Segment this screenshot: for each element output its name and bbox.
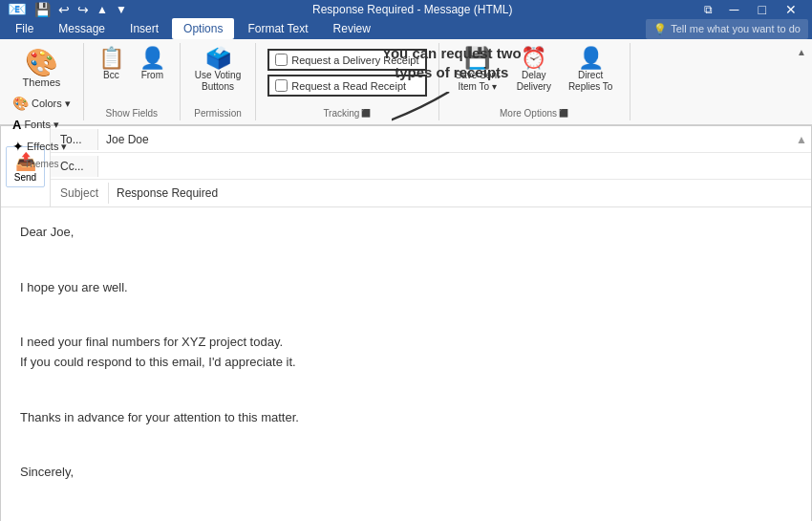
use-voting-button[interactable]: 🗳️ Use VotingButtons	[188, 45, 247, 96]
ribbon-collapse-button[interactable]: ▲	[791, 43, 812, 61]
app-icon: 📧	[8, 0, 27, 18]
body-line-8	[20, 435, 792, 455]
fonts-button[interactable]: A Fonts ▾	[8, 115, 75, 135]
window-title: Response Required - Message (HTML)	[127, 3, 698, 16]
more-options-content: 💾 Save SentItem To ▾ ⏰ DelayDelivery 👤 D…	[449, 45, 620, 106]
redo-icon[interactable]: ↪	[77, 2, 89, 17]
search-box[interactable]: 💡 Tell me what you want to do	[646, 19, 808, 39]
direct-replies-icon: 👤	[578, 48, 604, 69]
ribbon-group-show-fields: 📋 Bcc 👤 From Show Fields	[84, 43, 181, 120]
body-line-7: Thanks in advance for your attention to …	[20, 408, 792, 428]
subject-input[interactable]	[109, 183, 811, 204]
show-fields-label: Show Fields	[106, 108, 158, 119]
email-fields-area: 📤 Send To... ▲ Cc... Subject	[1, 126, 811, 207]
bcc-icon: 📋	[98, 48, 124, 69]
delay-icon: ⏰	[521, 48, 546, 69]
menu-insert[interactable]: Insert	[118, 18, 170, 39]
read-receipt-checkbox[interactable]: Request a Read Receipt	[267, 75, 426, 97]
down-icon[interactable]: ▼	[116, 3, 127, 16]
menu-review[interactable]: Review	[322, 18, 382, 39]
delay-label: DelayDelivery	[517, 70, 551, 93]
email-body: Dear Joe, I hope you are well. I need yo…	[1, 207, 811, 521]
body-line-5: I need your final numbers for XYZ projec…	[20, 333, 792, 373]
ribbon-group-permission: 🗳️ Use VotingButtons Permission	[181, 43, 256, 120]
save-icon[interactable]: 💾	[34, 2, 51, 17]
ribbon-group-more-options: 💾 Save SentItem To ▾ ⏰ DelayDelivery 👤 D…	[439, 43, 630, 120]
colors-button[interactable]: 🎨 Colors ▾	[8, 93, 75, 114]
themes-button[interactable]: 🎨 Themes	[14, 45, 70, 93]
body-line-9: Sincerely,	[20, 463, 792, 483]
compose-area: 📤 Send To... ▲ Cc... Subject	[0, 125, 812, 521]
title-bar: 📧 💾 ↩ ↪ ▲ ▼ Response Required - Message …	[0, 0, 812, 18]
effects-button[interactable]: ✦ Effects ▾	[8, 136, 75, 157]
fonts-label: Fonts ▾	[24, 119, 59, 131]
colors-icon: 🎨	[12, 96, 29, 111]
title-bar-left: 📧 💾 ↩ ↪ ▲ ▼	[8, 0, 127, 18]
app-window: 📧 💾 ↩ ↪ ▲ ▼ Response Required - Message …	[0, 0, 812, 521]
close-button[interactable]: ✕	[778, 1, 804, 18]
direct-replies-label: DirectReplies To	[568, 70, 613, 93]
body-line-4	[20, 305, 792, 325]
more-options-expand-icon[interactable]: ⬛	[559, 109, 568, 118]
delivery-receipt-input[interactable]	[275, 54, 288, 66]
body-line-6	[20, 380, 792, 401]
lightbulb-icon: 💡	[653, 23, 667, 35]
ribbon: 🎨 Themes 🎨 Colors ▾ A Fonts ▾ ✦ Effects …	[0, 39, 812, 125]
direct-replies-button[interactable]: 👤 DirectReplies To	[562, 45, 620, 96]
more-options-label: More Options ⬛	[500, 108, 568, 119]
voting-label: Use VotingButtons	[195, 70, 241, 93]
body-line-2	[20, 250, 792, 271]
to-field-row: To... ▲	[51, 126, 811, 153]
up-icon[interactable]: ▲	[96, 3, 108, 16]
tracking-expand-icon[interactable]: ⬛	[361, 109, 371, 118]
permission-content: 🗳️ Use VotingButtons	[188, 45, 247, 106]
restore-button[interactable]: □	[751, 1, 774, 18]
effects-icon: ✦	[12, 139, 24, 154]
colors-label: Colors ▾	[32, 98, 71, 110]
from-button[interactable]: 👤 From	[133, 45, 172, 84]
body-line-1: Dear Joe,	[20, 223, 792, 243]
body-line-10	[20, 490, 792, 510]
to-input[interactable]	[98, 129, 792, 150]
themes-group-label: Themes	[24, 159, 58, 169]
bcc-label: Bcc	[103, 70, 119, 81]
read-receipt-label: Request a Read Receipt	[291, 80, 406, 92]
menu-file[interactable]: File	[4, 18, 45, 39]
fields-container: To... ▲ Cc... Subject	[51, 126, 811, 206]
tracking-text: Tracking	[323, 108, 359, 119]
themes-label: Themes	[23, 76, 61, 88]
cc-field-row: Cc...	[51, 153, 811, 180]
delay-delivery-button[interactable]: ⏰ DelayDelivery	[510, 45, 558, 96]
cc-input[interactable]	[98, 156, 811, 177]
menu-format-text[interactable]: Format Text	[236, 18, 319, 39]
tracking-content: Request a Delivery Receipt Request a Rea…	[264, 45, 430, 106]
subject-label: Subject	[51, 183, 109, 204]
delivery-receipt-checkbox[interactable]: Request a Delivery Receipt	[267, 49, 426, 71]
menu-bar: File Message Insert Options Format Text …	[0, 18, 812, 39]
subject-field-row: Subject	[51, 180, 811, 206]
from-label: From	[141, 70, 163, 81]
menu-message[interactable]: Message	[47, 18, 117, 39]
menu-options[interactable]: Options	[172, 18, 234, 39]
save-sent-button[interactable]: 💾 Save SentItem To ▾	[449, 45, 506, 96]
minimize-button[interactable]: ─	[722, 1, 747, 18]
restore-window-icon[interactable]: ⧉	[698, 1, 718, 18]
undo-icon[interactable]: ↩	[58, 2, 70, 17]
permission-label: Permission	[194, 108, 241, 119]
ribbon-group-tracking: Request a Delivery Receipt Request a Rea…	[256, 43, 438, 120]
search-box-label: Tell me what you want to do	[671, 23, 801, 34]
scroll-up-icon[interactable]: ▲	[792, 129, 811, 150]
themes-sub-buttons: 🎨 Colors ▾ A Fonts ▾ ✦ Effects ▾	[8, 93, 75, 157]
save-sent-label: Save SentItem To ▾	[456, 70, 500, 93]
more-options-text: More Options	[500, 108, 557, 119]
effects-label: Effects ▾	[27, 141, 67, 153]
save-sent-icon: 💾	[464, 48, 490, 69]
tracking-label: Tracking ⬛	[323, 108, 371, 119]
themes-icon: 🎨	[25, 50, 58, 76]
ribbon-group-themes: 🎨 Themes 🎨 Colors ▾ A Fonts ▾ ✦ Effects …	[0, 43, 84, 120]
from-icon: 👤	[139, 48, 165, 69]
body-line-3: I hope you are well.	[20, 278, 792, 298]
bcc-button[interactable]: 📋 Bcc	[92, 45, 131, 84]
window-controls: ⧉ ─ □ ✕	[698, 1, 804, 18]
read-receipt-input[interactable]	[275, 79, 288, 92]
